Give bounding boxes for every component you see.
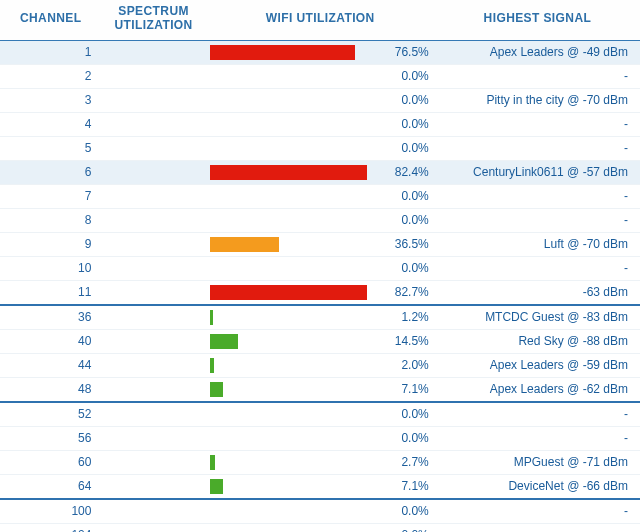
cell-highest-signal: DeviceNet @ -66 dBm	[435, 474, 640, 499]
cell-wifi-util: 14.5%	[206, 329, 435, 353]
cell-channel: 4	[0, 112, 101, 136]
cell-wifi-util: 7.1%	[206, 474, 435, 499]
cell-channel: 64	[0, 474, 101, 499]
table-row[interactable]: 1182.7%-63 dBm	[0, 280, 640, 305]
table-row[interactable]: 30.0%Pitty in the city @ -70 dBm	[0, 88, 640, 112]
table-header-row: CHANNEL SPECTRUM UTILIZATION WIFI UTILIZ…	[0, 0, 640, 40]
cell-highest-signal: -	[435, 136, 640, 160]
table-body: 176.5%Apex Leaders @ -49 dBm20.0%-30.0%P…	[0, 40, 640, 532]
wifi-util-bar	[210, 310, 213, 325]
cell-wifi-util: 0.0%	[206, 402, 435, 427]
cell-channel: 104	[0, 523, 101, 532]
cell-highest-signal: CenturyLink0611 @ -57 dBm	[435, 160, 640, 184]
cell-channel: 3	[0, 88, 101, 112]
table-row[interactable]: 1040.0%-	[0, 523, 640, 532]
cell-channel: 10	[0, 256, 101, 280]
cell-highest-signal: -	[435, 402, 640, 427]
table-row[interactable]: 176.5%Apex Leaders @ -49 dBm	[0, 40, 640, 64]
cell-wifi-util: 0.0%	[206, 426, 435, 450]
table-row[interactable]: 4014.5%Red Sky @ -88 dBm	[0, 329, 640, 353]
col-spectrum[interactable]: SPECTRUM UTILIZATION	[101, 0, 205, 40]
cell-spectrum	[101, 40, 205, 64]
cell-wifi-util: 0.0%	[206, 88, 435, 112]
cell-spectrum	[101, 523, 205, 532]
table-row[interactable]: 442.0%Apex Leaders @ -59 dBm	[0, 353, 640, 377]
cell-spectrum	[101, 305, 205, 330]
cell-highest-signal: -	[435, 184, 640, 208]
cell-highest-signal: -	[435, 256, 640, 280]
cell-channel: 36	[0, 305, 101, 330]
cell-spectrum	[101, 450, 205, 474]
cell-wifi-util: 82.7%	[206, 280, 435, 305]
table-row[interactable]: 487.1%Apex Leaders @ -62 dBm	[0, 377, 640, 402]
wifi-util-bar	[210, 334, 238, 349]
table-row[interactable]: 50.0%-	[0, 136, 640, 160]
cell-spectrum	[101, 136, 205, 160]
cell-spectrum	[101, 329, 205, 353]
cell-channel: 2	[0, 64, 101, 88]
cell-spectrum	[101, 377, 205, 402]
cell-wifi-util: 0.0%	[206, 184, 435, 208]
table-row[interactable]: 20.0%-	[0, 64, 640, 88]
channel-utilization-table: CHANNEL SPECTRUM UTILIZATION WIFI UTILIZ…	[0, 0, 640, 532]
cell-wifi-util: 0.0%	[206, 64, 435, 88]
cell-highest-signal: Red Sky @ -88 dBm	[435, 329, 640, 353]
wifi-util-value: 36.5%	[395, 237, 429, 252]
wifi-util-value: 0.0%	[401, 528, 428, 532]
table-row[interactable]: 100.0%-	[0, 256, 640, 280]
cell-highest-signal: MPGuest @ -71 dBm	[435, 450, 640, 474]
wifi-util-bar	[210, 165, 367, 180]
table-row[interactable]: 682.4%CenturyLink0611 @ -57 dBm	[0, 160, 640, 184]
wifi-util-value: 0.0%	[401, 141, 428, 156]
table-row[interactable]: 520.0%-	[0, 402, 640, 427]
table-row[interactable]: 560.0%-	[0, 426, 640, 450]
table-row[interactable]: 602.7%MPGuest @ -71 dBm	[0, 450, 640, 474]
table-row[interactable]: 1000.0%-	[0, 499, 640, 524]
cell-spectrum	[101, 88, 205, 112]
col-channel[interactable]: CHANNEL	[0, 0, 101, 40]
cell-channel: 100	[0, 499, 101, 524]
cell-channel: 1	[0, 40, 101, 64]
cell-wifi-util: 82.4%	[206, 160, 435, 184]
wifi-util-value: 2.7%	[401, 455, 428, 470]
table-row[interactable]: 936.5%Luft @ -70 dBm	[0, 232, 640, 256]
cell-channel: 5	[0, 136, 101, 160]
col-wifi[interactable]: WIFI UTILIZATION	[206, 0, 435, 40]
col-signal[interactable]: HIGHEST SIGNAL	[435, 0, 640, 40]
cell-channel: 60	[0, 450, 101, 474]
cell-spectrum	[101, 256, 205, 280]
cell-spectrum	[101, 232, 205, 256]
cell-wifi-util: 0.0%	[206, 112, 435, 136]
wifi-util-value: 76.5%	[395, 45, 429, 60]
cell-channel: 40	[0, 329, 101, 353]
table-row[interactable]: 647.1%DeviceNet @ -66 dBm	[0, 474, 640, 499]
wifi-util-bar	[210, 237, 279, 252]
cell-spectrum	[101, 499, 205, 524]
cell-highest-signal: Apex Leaders @ -59 dBm	[435, 353, 640, 377]
wifi-util-value: 82.4%	[395, 165, 429, 180]
table-row[interactable]: 80.0%-	[0, 208, 640, 232]
wifi-util-value: 0.0%	[401, 189, 428, 204]
cell-highest-signal: -	[435, 208, 640, 232]
wifi-util-bar	[210, 455, 215, 470]
cell-wifi-util: 2.7%	[206, 450, 435, 474]
cell-wifi-util: 0.0%	[206, 136, 435, 160]
cell-wifi-util: 1.2%	[206, 305, 435, 330]
cell-spectrum	[101, 64, 205, 88]
cell-spectrum	[101, 426, 205, 450]
cell-highest-signal: -	[435, 64, 640, 88]
cell-channel: 7	[0, 184, 101, 208]
table-row[interactable]: 70.0%-	[0, 184, 640, 208]
wifi-util-bar	[210, 382, 223, 397]
cell-channel: 11	[0, 280, 101, 305]
cell-wifi-util: 2.0%	[206, 353, 435, 377]
cell-highest-signal: -	[435, 112, 640, 136]
cell-spectrum	[101, 280, 205, 305]
table-row[interactable]: 40.0%-	[0, 112, 640, 136]
cell-spectrum	[101, 474, 205, 499]
cell-highest-signal: Pitty in the city @ -70 dBm	[435, 88, 640, 112]
cell-wifi-util: 7.1%	[206, 377, 435, 402]
cell-spectrum	[101, 160, 205, 184]
wifi-util-value: 82.7%	[395, 285, 429, 300]
table-row[interactable]: 361.2%MTCDC Guest @ -83 dBm	[0, 305, 640, 330]
